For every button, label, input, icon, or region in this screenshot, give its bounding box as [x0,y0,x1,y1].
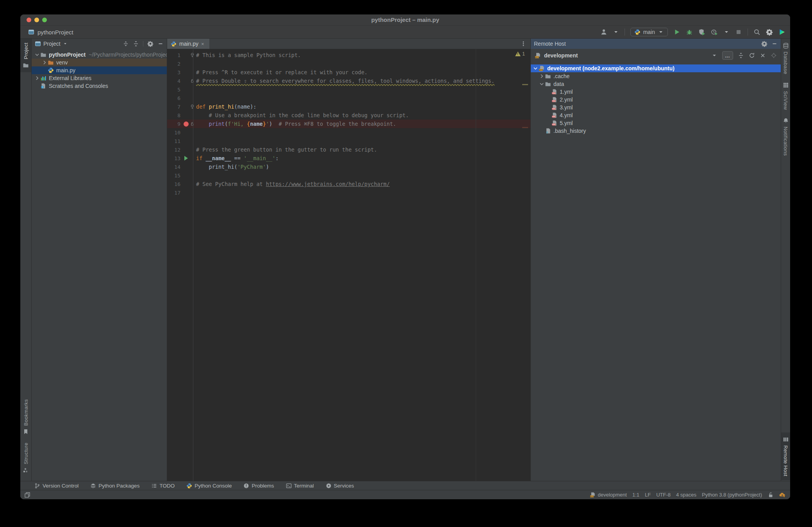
chevron-expanded-icon[interactable] [532,65,539,71]
project-hide-icon[interactable] [157,41,164,47]
stop-button-icon[interactable] [735,29,742,36]
tool-tab-sciview[interactable]: SciView [781,78,790,114]
remote-host-title[interactable]: Remote Host [534,41,566,47]
tool-tab-database[interactable]: Database [781,39,790,78]
tool-tab-structure[interactable]: Structure [20,439,31,477]
line-number[interactable]: 5 [167,87,182,93]
settings-button-icon[interactable] [766,29,773,36]
chevron-down-icon[interactable] [63,41,68,47]
tool-window-button-problems[interactable]: Problems [243,483,274,489]
status-item[interactable]: UTF-8 [656,492,671,498]
tool-window-button-python-packages[interactable]: Python Packages [90,483,139,489]
cloud-sync-icon[interactable] [779,492,785,498]
tool-window-layout-icon[interactable] [24,492,30,498]
tool-window-button-python-console[interactable]: Python Console [186,483,232,489]
tool-tab-bookmarks[interactable]: Bookmarks [20,395,31,439]
tool-window-button-todo[interactable]: TODO [151,483,175,489]
status-item[interactable]: 4 spaces [676,492,696,498]
line-number[interactable]: 7 [167,104,182,110]
chevron-expanded-icon[interactable] [539,81,545,87]
project-panel-title[interactable]: Project [43,41,61,47]
line-number[interactable]: 1 [167,52,182,58]
coverage-button-icon[interactable] [698,29,705,36]
remote-tree-item[interactable]: YML2.yml [531,96,781,104]
code-link[interactable]: https://www.jetbrains.com/help/pycharm/ [266,181,390,187]
run-line-icon[interactable] [184,156,188,161]
remote-tree-item[interactable]: YML3.yml [531,104,781,111]
remote-close-icon[interactable] [760,52,766,59]
remote-sync-icon[interactable] [749,52,755,59]
line-number[interactable]: 9 [167,121,182,127]
line-number[interactable]: 10 [167,130,182,136]
line-number[interactable]: 17 [167,190,182,196]
project-collapse-all-icon[interactable] [133,41,139,47]
close-tab-icon[interactable]: × [201,41,206,47]
profiler-button-icon[interactable] [711,29,718,36]
server-select-chevron-icon[interactable] [711,52,717,59]
server-select[interactable]: development [544,52,578,59]
status-item[interactable]: 1:1 [632,492,639,498]
remote-target-icon[interactable] [771,52,777,59]
status-item[interactable]: LF [645,492,651,498]
chevron-down-icon[interactable] [613,29,619,35]
search-button-icon[interactable] [753,29,760,36]
chevron-expanded-icon[interactable] [34,52,40,58]
chevron-collapsed-icon[interactable] [41,59,48,66]
run-button-icon[interactable] [673,29,680,36]
fold-marker-icon[interactable] [190,104,195,110]
logo-button-icon[interactable] [778,29,785,36]
project-tree-item[interactable]: main.py [32,66,167,74]
fold-marker-icon[interactable] [190,52,195,58]
inspections-widget[interactable]: 1 [515,51,525,57]
fold-marker-icon[interactable] [190,121,195,127]
lock-open-icon[interactable] [767,492,774,498]
breakpoint-icon[interactable] [184,121,189,127]
remote-tree-item[interactable]: YML1.yml [531,88,781,96]
line-number[interactable]: 6 [167,95,182,101]
remote-tree-item[interactable]: YML5.yml [531,119,781,127]
project-expand-all-icon[interactable] [123,41,129,47]
line-number[interactable]: 16 [167,181,182,187]
chevron-collapsed-icon[interactable] [539,73,545,79]
line-number[interactable]: 11 [167,138,182,144]
status-remote-host[interactable]: SFTP development [590,492,626,498]
line-number[interactable]: 13 [167,155,182,161]
line-number[interactable]: 8 [167,113,182,118]
remote-tree-item[interactable]: data [531,80,781,88]
tool-window-button-terminal[interactable]: Terminal [286,483,314,489]
remote-hide-icon[interactable] [771,41,778,47]
remote-tree-item[interactable]: SFTPdevelopment (node2.example.com/home/… [531,64,781,72]
more-actions-button[interactable]: … [722,51,733,60]
tool-tab-notifications[interactable]: Notifications [781,114,790,160]
project-settings-icon[interactable] [147,41,153,47]
tool-tab-remote-host[interactable]: Remote Host [781,432,790,480]
remote-tree-item[interactable]: .cache [531,72,781,80]
tool-window-button-services[interactable]: Services [326,483,354,489]
line-number[interactable]: 4 [167,78,182,84]
line-number[interactable]: 3 [167,70,182,75]
project-tree-item[interactable]: venv [32,59,167,66]
code-editor[interactable]: 1# This is a sample Python script.23# Pr… [167,49,530,481]
project-tree-item[interactable]: pythonProject~/PycharmProjects/pythonPro… [32,51,167,59]
project-tree-item[interactable]: External Libraries [32,74,167,82]
remote-tree-item[interactable]: ?.bash_history [531,127,781,135]
profiler-chevron-icon[interactable] [723,29,730,35]
remote-settings-icon[interactable] [761,41,767,47]
debug-button-icon[interactable] [686,29,693,36]
run-configuration-select[interactable]: main [630,28,668,36]
status-item[interactable]: Python 3.8 (pythonProject) [702,492,762,498]
remote-tree-item[interactable]: YML4.yml [531,111,781,119]
line-number[interactable]: 15 [167,173,182,179]
line-number[interactable]: 12 [167,147,182,153]
line-number[interactable]: 2 [167,61,182,67]
line-number[interactable]: 14 [167,164,182,170]
user-button-icon[interactable] [600,29,607,36]
chevron-collapsed-icon[interactable] [34,75,40,81]
tab-main-py[interactable]: main.py × [167,39,209,49]
tool-tab-project[interactable]: Project [20,39,31,72]
remote-collapse-all-icon[interactable] [738,52,744,59]
project-tree-item[interactable]: Scratches and Consoles [32,82,167,90]
tool-window-button-version-control[interactable]: Version Control [34,483,79,489]
fold-marker-icon[interactable] [190,78,195,84]
editor-options-icon[interactable] [520,41,530,47]
